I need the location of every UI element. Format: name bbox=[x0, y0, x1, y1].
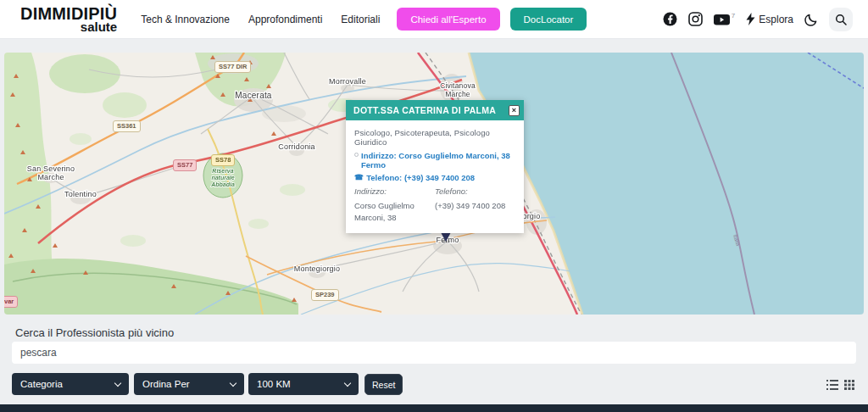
explore-label: Esplora bbox=[759, 14, 793, 25]
label-tolentino: Tolentino bbox=[64, 190, 97, 198]
popup-phone-col: Telefono: (+39) 349 7400 208 bbox=[435, 186, 515, 225]
header-right-cluster: 7 Esplora bbox=[663, 8, 853, 31]
search-icon bbox=[835, 14, 847, 25]
popup-address-label: Indirizzo: bbox=[354, 186, 435, 198]
label-riserva-1: Riserva bbox=[212, 168, 233, 174]
nav-approfondimenti[interactable]: Approfondimenti bbox=[248, 14, 322, 25]
popup-address-col: Indirizzo: Corso Guglielmo Marconi, 38 bbox=[354, 186, 435, 225]
chevron-down-icon bbox=[114, 379, 121, 386]
label-civitanova-2: Marche bbox=[445, 90, 470, 98]
header-search-button[interactable] bbox=[829, 8, 853, 31]
popup-address-value: Corso Guglielmo Marconi, 38 bbox=[354, 200, 435, 225]
label-civitanova-1: Civitanova bbox=[440, 81, 476, 90]
label-san-severino-2: Marche bbox=[37, 173, 64, 181]
chevron-down-icon bbox=[344, 379, 351, 386]
main-nav: Tech & Innovazione Approfondimenti Edito… bbox=[141, 14, 380, 25]
category-dropdown[interactable]: Categoria bbox=[12, 373, 129, 395]
location-search-input[interactable] bbox=[12, 342, 856, 364]
radius-dropdown[interactable]: 100 KM bbox=[248, 373, 359, 395]
ask-expert-button[interactable]: Chiedi all'Esperto bbox=[397, 8, 499, 31]
label-montegiorgio: Montegiorgio bbox=[294, 264, 340, 273]
lightning-icon bbox=[746, 13, 755, 25]
reset-button[interactable]: Reset bbox=[364, 374, 403, 395]
label-morrovalle: Morrovalle bbox=[329, 77, 366, 86]
map-container[interactable]: Macerata Morrovalle Civitanova Marche Co… bbox=[4, 53, 864, 315]
footer-top-strip bbox=[0, 404, 868, 412]
orderby-dropdown-label: Ordina Per bbox=[142, 379, 190, 389]
doclocator-button[interactable]: DocLocator bbox=[510, 8, 587, 31]
label-riserva-3: Abbadia bbox=[210, 181, 235, 187]
phone-icon: ☎ bbox=[354, 173, 364, 181]
view-switcher bbox=[826, 378, 854, 393]
site-logo[interactable]: DIMMIDIPIÙ salute bbox=[20, 5, 117, 33]
youtube-icon[interactable]: 7 bbox=[714, 14, 735, 25]
popup-phone-value: (+39) 349 7400 208 bbox=[435, 200, 515, 213]
radius-dropdown-label: 100 KM bbox=[257, 379, 291, 389]
popup-title: DOTT.SSA CATERINA DI PALMA bbox=[353, 105, 509, 115]
list-view-icon[interactable] bbox=[826, 378, 838, 393]
category-dropdown-label: Categoria bbox=[20, 379, 63, 389]
pin-dot-icon bbox=[354, 153, 359, 157]
popup-close-icon[interactable]: × bbox=[509, 105, 520, 116]
road-badge-var: var bbox=[4, 296, 18, 308]
search-panel-title: Cerca il Professionista più vicino bbox=[15, 326, 174, 339]
road-badge-ss77dir: SS77 DIR bbox=[214, 61, 251, 73]
label-san-severino-1: San Severino bbox=[27, 164, 75, 173]
nav-tech-innovazione[interactable]: Tech & Innovazione bbox=[141, 14, 230, 25]
popup-detail-columns: Indirizzo: Corso Guglielmo Marconi, 38 T… bbox=[354, 186, 515, 225]
label-riserva-2: naturale bbox=[211, 175, 234, 181]
youtube-count-badge: 7 bbox=[732, 12, 735, 19]
dark-mode-icon[interactable] bbox=[804, 13, 818, 26]
orderby-dropdown[interactable]: Ordina Per bbox=[134, 373, 244, 395]
top-header: DIMMIDIPIÙ salute Tech & Innovazione App… bbox=[0, 0, 868, 39]
doctor-popup: DOTT.SSA CATERINA DI PALMA × Psicologo, … bbox=[346, 100, 524, 233]
road-badge-sp239: SP239 bbox=[311, 289, 339, 301]
popup-professions: Psicologo, Psicoterapeuta, Psicologo Giu… bbox=[354, 128, 515, 147]
sea-area bbox=[469, 53, 864, 315]
popup-body: Psicologo, Psicoterapeuta, Psicologo Giu… bbox=[346, 120, 524, 233]
instagram-icon[interactable] bbox=[688, 12, 703, 26]
popup-header: DOTT.SSA CATERINA DI PALMA × bbox=[346, 100, 524, 120]
grid-view-icon[interactable] bbox=[844, 378, 854, 393]
facebook-icon[interactable] bbox=[663, 12, 677, 26]
label-corridonia: Corridonia bbox=[278, 142, 315, 151]
road-badge-ss77: SS77 bbox=[173, 159, 197, 171]
road-badge-ss78: SS78 bbox=[211, 154, 235, 166]
chevron-down-icon bbox=[230, 379, 236, 386]
popup-phone-link[interactable]: ☎ Telefono: (+39) 349 7400 208 bbox=[354, 173, 515, 182]
nav-editoriali[interactable]: Editoriali bbox=[341, 14, 380, 25]
popup-phone-label: Telefono: bbox=[435, 186, 515, 198]
label-macerata: Macerata bbox=[235, 91, 272, 100]
road-badge-ss361: SS361 bbox=[113, 120, 141, 132]
popup-address-link[interactable]: Indirizzo: Corso Guglielmo Marconi, 38 F… bbox=[354, 151, 515, 170]
explore-link[interactable]: Esplora bbox=[746, 13, 793, 25]
